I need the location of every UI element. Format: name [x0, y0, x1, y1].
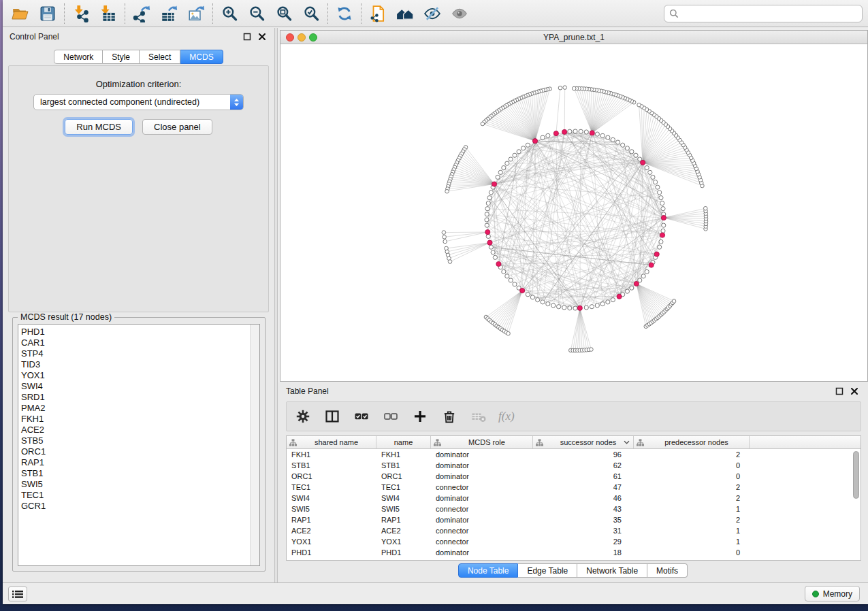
deselect-all-rows-icon	[383, 408, 399, 425]
close-panel-button[interactable]: Close panel	[142, 119, 212, 135]
mcds-result-item[interactable]: STB5	[21, 435, 259, 446]
task-history-button[interactable]	[8, 587, 27, 601]
search-box[interactable]	[664, 5, 863, 22]
network-graph[interactable]	[280, 44, 867, 381]
mcds-result-list[interactable]: PHD1CAR1STP4TID3YOX1SWI4SRD1PMA2FKH1ACE2…	[18, 324, 260, 566]
cell-shared-name: ACE2	[287, 525, 376, 536]
mcds-result-item[interactable]: YOX1	[21, 370, 259, 381]
column-header-name[interactable]: name	[376, 436, 431, 448]
column-layout-icon	[324, 408, 340, 425]
tab-edge-table[interactable]: Edge Table	[518, 563, 577, 578]
network-frame-titlebar[interactable]: YPA_prune.txt_1	[280, 31, 867, 44]
column-header-MCDS-role[interactable]: MCDS role	[431, 436, 533, 448]
tab-node-table[interactable]: Node Table	[458, 563, 519, 578]
table-row[interactable]: ORC1ORC1dominator610	[287, 471, 861, 482]
table-row[interactable]: STB1STB1dominator620	[287, 460, 861, 471]
tab-motifs[interactable]: Motifs	[647, 563, 688, 578]
save-session-button[interactable]	[34, 2, 61, 25]
column-header-predecessor-nodes[interactable]: predecessor nodes	[634, 436, 750, 448]
mcds-result-item[interactable]: GCR1	[21, 501, 259, 512]
minimize-window-icon[interactable]	[298, 33, 306, 42]
cell-name: SWI4	[376, 493, 431, 503]
cell-predecessor-nodes: 1	[634, 536, 750, 547]
column-header-shared-name[interactable]: shared name	[287, 436, 376, 448]
table-row[interactable]: RAP1RAP1dominator352	[287, 514, 861, 525]
select-all-rows-button[interactable]	[352, 407, 371, 426]
zoom-in-icon	[221, 5, 238, 22]
table-toolbar: f(x)	[286, 401, 861, 431]
table-row[interactable]: YOX1YOX1connector291	[287, 536, 861, 547]
network-from-selection-button[interactable]	[364, 2, 391, 25]
attribute-type-icon	[289, 439, 297, 446]
refresh-layout-button[interactable]	[331, 2, 358, 25]
cell-MCDS-role: connector	[431, 482, 533, 493]
cell-MCDS-role: dominator	[431, 460, 533, 471]
import-table-button[interactable]	[95, 2, 122, 25]
cell-successor-nodes: 47	[533, 482, 634, 493]
mcds-result-item[interactable]: STB1	[21, 468, 259, 479]
add-column-button[interactable]	[411, 407, 430, 426]
show-all-button[interactable]	[446, 2, 473, 25]
zoom-fit-button[interactable]	[270, 2, 298, 25]
table-row[interactable]: SWI5SWI5connector431	[287, 503, 861, 514]
control-panel-tabs: NetworkStyleSelectMCDS	[3, 50, 274, 64]
attribute-settings-button[interactable]	[293, 407, 312, 426]
tab-network-table[interactable]: Network Table	[577, 563, 647, 578]
show-all-icon	[451, 5, 468, 22]
close-table-panel-icon[interactable]	[849, 386, 860, 397]
mcds-result-item[interactable]: ORC1	[21, 446, 259, 457]
dropdown-stepper-icon	[230, 95, 243, 110]
mcds-result-item[interactable]: TEC1	[21, 490, 259, 501]
tab-mcds[interactable]: MCDS	[180, 50, 223, 64]
maximize-window-icon[interactable]	[309, 33, 317, 42]
mcds-list-scrollbar[interactable]	[250, 325, 259, 565]
mcds-result-item[interactable]: PHD1	[21, 327, 259, 337]
export-table-button[interactable]	[155, 2, 182, 25]
import-network-button[interactable]	[67, 2, 95, 25]
mcds-result-item[interactable]: PMA2	[21, 403, 259, 414]
tab-select[interactable]: Select	[140, 50, 180, 64]
run-mcds-button[interactable]: Run MCDS	[65, 119, 133, 135]
zoom-out-button[interactable]	[243, 2, 270, 25]
column-header-successor-nodes[interactable]: successor nodes	[533, 436, 634, 448]
close-window-icon[interactable]	[286, 33, 294, 42]
optimization-criterion-select[interactable]: largest connected component (undirected)	[33, 94, 244, 110]
export-network-button[interactable]	[128, 2, 155, 25]
zoom-out-icon	[248, 5, 266, 22]
cell-MCDS-role: connector	[431, 525, 533, 536]
mcds-result-item[interactable]: CAR1	[21, 337, 259, 348]
network-canvas[interactable]	[280, 44, 867, 381]
column-layout-button[interactable]	[323, 407, 342, 426]
mcds-result-item[interactable]: TID3	[21, 359, 259, 370]
delete-column-button[interactable]	[440, 407, 459, 426]
search-input[interactable]	[682, 9, 857, 18]
export-image-button[interactable]	[182, 2, 210, 25]
table-row[interactable]: SWI4SWI4dominator462	[287, 493, 861, 503]
mcds-result-item[interactable]: STP4	[21, 348, 259, 359]
mcds-result-item[interactable]: RAP1	[21, 457, 259, 468]
cell-shared-name: TEC1	[287, 482, 376, 493]
zoom-in-button[interactable]	[216, 2, 243, 25]
mcds-result-item[interactable]: FKH1	[21, 414, 259, 425]
mcds-result-item[interactable]: SRD1	[21, 392, 259, 403]
window-lights	[286, 33, 317, 42]
zoom-selected-button[interactable]	[298, 2, 325, 25]
table-row[interactable]: ACE2ACE2connector311	[287, 525, 861, 536]
close-panel-icon[interactable]	[257, 31, 268, 42]
tab-network[interactable]: Network	[54, 50, 103, 64]
mcds-result-item[interactable]: ACE2	[21, 425, 259, 435]
tab-style[interactable]: Style	[103, 50, 140, 64]
float-panel-icon[interactable]	[242, 31, 253, 42]
table-row[interactable]: PHD1PHD1dominator180	[287, 547, 861, 558]
table-row[interactable]: FKH1FKH1dominator962	[287, 449, 861, 460]
deselect-all-rows-button[interactable]	[381, 407, 400, 426]
float-table-panel-icon[interactable]	[834, 386, 845, 397]
mcds-result-item[interactable]: SWI5	[21, 479, 259, 490]
table-row[interactable]: TEC1TEC1connector472	[287, 482, 861, 493]
memory-button[interactable]: Memory	[805, 586, 860, 601]
open-file-button[interactable]	[7, 2, 34, 25]
mcds-result-item[interactable]: SWI4	[21, 381, 259, 392]
hide-selected-button[interactable]	[419, 2, 446, 25]
first-neighbors-button[interactable]	[391, 2, 419, 25]
table-scrollbar[interactable]	[853, 451, 859, 499]
